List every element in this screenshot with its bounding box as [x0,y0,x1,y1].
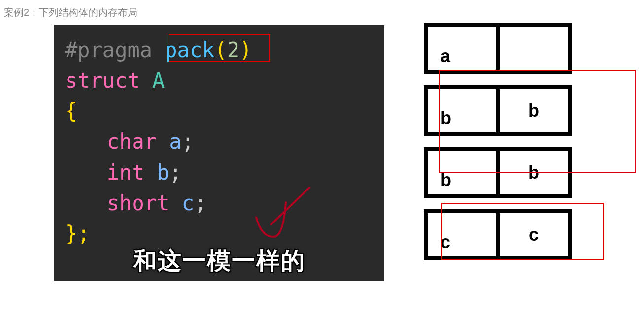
member-b: int b; [65,158,373,188]
open-brace-line: { [65,96,373,127]
mem-cell: b [498,147,572,198]
type-int: int [107,160,144,185]
mem-cell: b [424,85,498,136]
mem-cell: c [424,209,498,260]
struct-keyword: struct [65,68,140,93]
pack-arg: 2 [227,38,239,62]
paren-open: ( [214,38,227,62]
memory-layout-diagram: a b b b b c c [424,23,572,281]
content-wrapper: #pragma pack(2) struct A { char a; int b… [0,25,644,281]
var-a: a [169,129,181,154]
semi: ; [182,129,194,154]
mem-cell: c [498,209,572,260]
mem-cell: b [424,147,498,198]
mem-cell: a [424,23,498,74]
paren-close: ) [239,38,252,62]
semi: ; [194,191,206,215]
mem-row-2: b b [424,147,572,198]
type-short: short [107,191,169,215]
struct-decl: struct A [65,65,373,96]
var-c: c [182,191,194,215]
mem-row-1: b b [424,85,572,136]
mem-row-0: a [424,23,572,74]
mem-cell: b [498,85,572,136]
pragma-keyword: #pragma [65,38,152,62]
close-brace: }; [65,222,90,246]
type-char: char [107,129,157,154]
semi: ; [169,160,181,185]
page-title: 案例2：下列结构体的内存布局 [0,0,644,25]
video-caption: 和这一模一样的 [133,243,305,278]
struct-name: A [152,68,165,93]
mem-row-3: c c [424,209,572,260]
member-c: short c; [65,188,373,219]
member-a: char a; [65,127,373,157]
pragma-line: #pragma pack(2) [65,35,373,65]
pack-word: pack [165,38,214,62]
code-block: #pragma pack(2) struct A { char a; int b… [54,25,384,281]
mem-cell [498,23,572,74]
open-brace: { [65,99,77,123]
var-b: b [157,160,169,185]
